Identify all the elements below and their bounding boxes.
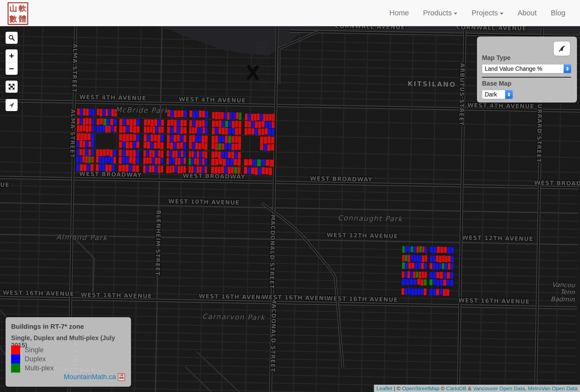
building-lot[interactable] [424, 279, 427, 285]
building-lot[interactable] [157, 142, 160, 148]
building-lot[interactable] [417, 288, 420, 295]
building-lot[interactable] [265, 128, 268, 135]
building-lot[interactable] [83, 164, 87, 171]
attribution-link[interactable]: Leaflet [376, 385, 392, 391]
building-lot[interactable] [425, 255, 427, 262]
building-lot[interactable] [167, 142, 170, 149]
building-lot[interactable] [151, 119, 154, 126]
building-lot[interactable] [170, 127, 174, 133]
building-lot[interactable] [160, 142, 164, 149]
building-lot[interactable] [424, 263, 427, 269]
building-lot[interactable] [189, 111, 192, 117]
building-lot[interactable] [436, 289, 439, 295]
building-lot[interactable] [231, 144, 235, 150]
building-lot[interactable] [158, 166, 160, 173]
building-lot[interactable] [212, 127, 215, 134]
nav-link-home[interactable]: Home [390, 9, 409, 17]
building-lot[interactable] [149, 157, 152, 164]
building-block[interactable] [430, 246, 454, 254]
building-lot[interactable] [178, 151, 181, 157]
building-lot[interactable] [237, 159, 241, 166]
building-lot[interactable] [194, 151, 197, 158]
building-lot[interactable] [202, 135, 205, 143]
building-lot[interactable] [126, 119, 130, 125]
building-lot[interactable] [413, 255, 416, 262]
building-lot[interactable] [100, 118, 103, 124]
building-lot[interactable] [147, 126, 149, 133]
building-lot[interactable] [154, 135, 157, 141]
building-lot[interactable] [429, 289, 432, 296]
building-lot[interactable] [88, 141, 91, 147]
locate-button[interactable] [6, 99, 18, 111]
building-lot[interactable] [143, 150, 146, 157]
building-lot[interactable] [99, 165, 102, 171]
building-lot[interactable] [114, 119, 117, 125]
building-lot[interactable] [218, 143, 221, 150]
building-lot[interactable] [92, 125, 94, 132]
building-lot[interactable] [215, 158, 218, 165]
building-lot[interactable] [205, 151, 207, 158]
building-lot[interactable] [87, 133, 91, 140]
building-lot[interactable] [136, 134, 140, 142]
building-lot[interactable] [205, 111, 208, 118]
building-lot[interactable] [218, 120, 222, 127]
building-lot[interactable] [76, 141, 79, 147]
building-lot[interactable] [129, 134, 133, 141]
building-block[interactable] [167, 142, 186, 150]
building-lot[interactable] [405, 271, 407, 278]
building-lot[interactable] [189, 151, 191, 158]
building-lot[interactable] [221, 136, 225, 143]
building-block[interactable] [430, 263, 454, 270]
building-lot[interactable] [170, 142, 173, 149]
building-lot[interactable] [161, 127, 164, 133]
building-lot[interactable] [238, 144, 241, 150]
nav-link-products[interactable]: Products [423, 9, 457, 17]
building-lot[interactable] [440, 280, 443, 286]
building-lot[interactable] [269, 114, 272, 121]
building-lot[interactable] [212, 120, 215, 127]
building-lot[interactable] [133, 126, 136, 133]
building-lot[interactable] [205, 158, 207, 165]
building-lot[interactable] [211, 158, 215, 165]
building-lot[interactable] [230, 112, 233, 119]
building-lot[interactable] [129, 150, 132, 157]
building-lot[interactable] [271, 137, 274, 143]
building-lot[interactable] [177, 120, 180, 127]
building-block[interactable] [189, 110, 208, 118]
building-lot[interactable] [196, 111, 199, 118]
building-lot[interactable] [177, 127, 180, 134]
building-lot[interactable] [222, 121, 225, 127]
building-lot[interactable] [231, 152, 234, 159]
building-lot[interactable] [239, 112, 242, 120]
building-lot[interactable] [244, 167, 247, 174]
building-lot[interactable] [446, 280, 450, 285]
building-lot[interactable] [271, 144, 274, 150]
building-lot[interactable] [411, 263, 414, 269]
building-block[interactable] [189, 135, 208, 143]
building-lot[interactable] [199, 158, 202, 165]
building-lot[interactable] [225, 121, 228, 127]
building-lot[interactable] [76, 164, 80, 172]
building-lot[interactable] [248, 114, 251, 121]
building-lot[interactable] [444, 247, 447, 253]
attribution-link[interactable]: Vancouver Open Data [473, 385, 525, 391]
building-lot[interactable] [413, 272, 416, 278]
building-lot[interactable] [418, 263, 421, 269]
building-lot[interactable] [221, 152, 224, 158]
building-lot[interactable] [247, 167, 251, 174]
building-lot[interactable] [194, 166, 196, 173]
building-block[interactable] [119, 119, 140, 126]
building-lot[interactable] [111, 109, 114, 116]
building-block[interactable] [77, 133, 94, 141]
building-lot[interactable] [122, 150, 125, 156]
collapse-panel-button[interactable] [554, 42, 570, 56]
building-lot[interactable] [172, 158, 175, 164]
building-block[interactable] [244, 167, 272, 175]
building-lot[interactable] [105, 157, 107, 163]
building-lot[interactable] [215, 120, 218, 127]
building-lot[interactable] [143, 142, 147, 148]
building-block[interactable] [167, 150, 186, 158]
building-lot[interactable] [424, 272, 427, 278]
building-lot[interactable] [183, 151, 186, 158]
building-lot[interactable] [200, 151, 202, 158]
